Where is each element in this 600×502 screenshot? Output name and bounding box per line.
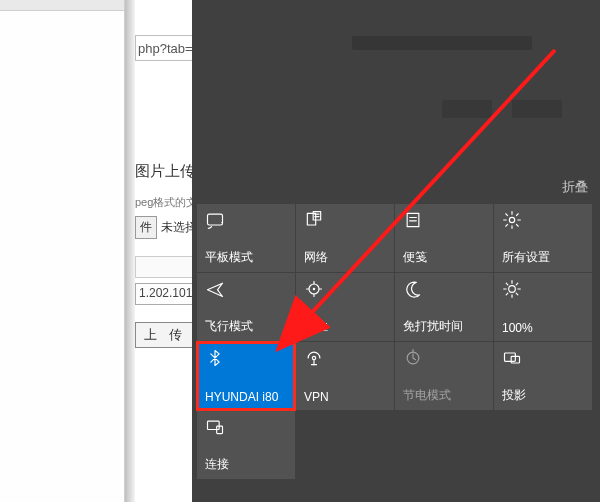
svg-rect-40 (208, 421, 220, 429)
notification-placeholder (442, 100, 492, 118)
tile-label: 连接 (205, 456, 229, 473)
svg-line-30 (516, 293, 518, 295)
tile-airplane[interactable]: 飞行模式 (197, 273, 295, 341)
tile-network[interactable]: 网络 (296, 204, 394, 272)
moon-icon (403, 279, 423, 299)
svg-line-31 (506, 293, 508, 295)
location-icon (304, 279, 324, 299)
upload-button[interactable]: 上 传 (135, 322, 195, 348)
action-center-panel: 折叠 平板模式网络便笺所有设置飞行模式定位免打扰时间100%HYUNDAI i8… (192, 0, 600, 502)
tile-label: 便笺 (403, 249, 427, 266)
tile-label: 网络 (304, 249, 328, 266)
tile-label: 定位 (304, 318, 328, 335)
tile-note[interactable]: 便笺 (395, 204, 493, 272)
file-input-row: 件 未选择 (135, 216, 197, 239)
upload-label: 上 传 (144, 327, 186, 342)
notification-placeholder (512, 100, 562, 118)
tile-tablet-mode[interactable]: 平板模式 (197, 204, 295, 272)
tile-label: 节电模式 (403, 387, 451, 404)
tile-bluetooth[interactable]: HYUNDAI i80 (197, 342, 295, 410)
section-title: 图片上传 (135, 162, 195, 181)
format-hint: peg格式的文 (135, 195, 197, 210)
svg-line-14 (506, 214, 508, 216)
svg-line-29 (506, 283, 508, 285)
tile-label: 飞行模式 (205, 318, 253, 335)
tile-label: 免打扰时间 (403, 318, 463, 335)
tile-connect[interactable]: 连接 (197, 411, 295, 479)
svg-line-32 (516, 283, 518, 285)
tile-brightness[interactable]: 100% (494, 273, 592, 341)
tile-label: 所有设置 (502, 249, 550, 266)
svg-point-1 (221, 222, 222, 223)
tile-label: VPN (304, 390, 329, 404)
project-icon (502, 348, 522, 368)
tile-label: 100% (502, 321, 533, 335)
battery-icon (403, 348, 423, 368)
tile-battery[interactable]: 节电模式 (395, 342, 493, 410)
background-page: php?tab= 图片上传 peg格式的文 件 未选择 1.202.101 上 … (135, 0, 195, 502)
svg-point-24 (509, 286, 516, 293)
network-icon (304, 210, 324, 230)
svg-point-9 (509, 217, 514, 222)
choose-file-button[interactable]: 件 (135, 216, 157, 239)
svg-line-16 (506, 224, 508, 226)
tablet-icon (205, 210, 225, 230)
notification-placeholder (352, 36, 532, 50)
background-window-left (0, 0, 125, 502)
text-field-bg[interactable] (135, 256, 195, 278)
tile-label: 投影 (502, 387, 526, 404)
gear-icon (502, 210, 522, 230)
svg-line-17 (516, 214, 518, 216)
svg-rect-6 (407, 213, 419, 226)
note-icon (403, 210, 423, 230)
collapse-label: 折叠 (562, 179, 588, 194)
collapse-link[interactable]: 折叠 (562, 178, 588, 196)
tile-quiet-hours[interactable]: 免打扰时间 (395, 273, 493, 341)
tile-vpn[interactable]: VPN (296, 342, 394, 410)
quick-action-tiles: 平板模式网络便笺所有设置飞行模式定位免打扰时间100%HYUNDAI i80VP… (197, 204, 595, 479)
tile-label: 平板模式 (205, 249, 253, 266)
svg-point-19 (313, 288, 316, 291)
connect-icon (205, 417, 225, 437)
svg-line-15 (516, 224, 518, 226)
tile-all-settings[interactable]: 所有设置 (494, 204, 592, 272)
svg-rect-0 (208, 214, 223, 225)
svg-rect-38 (505, 353, 516, 361)
svg-rect-2 (307, 213, 315, 225)
address-bar[interactable]: php?tab= (135, 35, 195, 61)
vpn-icon (304, 348, 324, 368)
address-text: php?tab= (138, 41, 193, 56)
airplane-icon (205, 279, 225, 299)
tile-location[interactable]: 定位 (296, 273, 394, 341)
tile-label: HYUNDAI i80 (205, 390, 278, 404)
ip-value: 1.202.101 (139, 286, 192, 300)
sun-icon (502, 279, 522, 299)
bluetooth-icon (205, 348, 225, 368)
tile-project[interactable]: 投影 (494, 342, 592, 410)
ip-field[interactable]: 1.202.101 (135, 283, 195, 305)
